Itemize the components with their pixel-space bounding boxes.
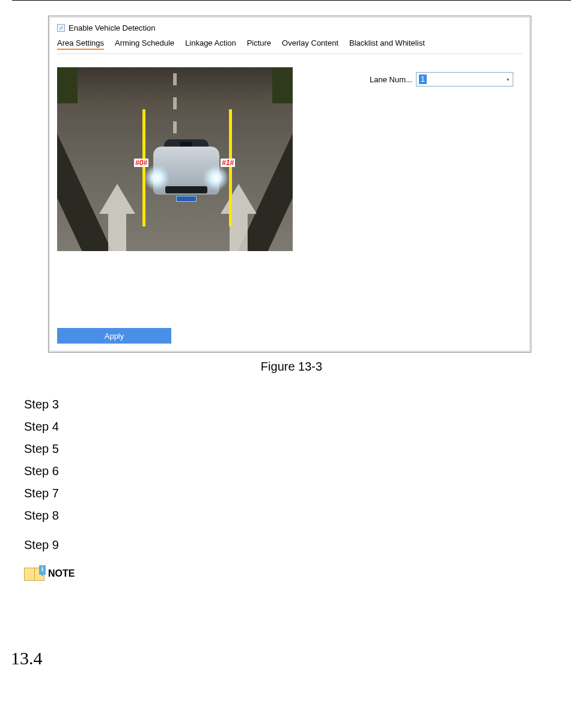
tab-linkage-action[interactable]: Linkage Action (185, 38, 236, 50)
lane-line-1[interactable] (229, 109, 232, 226)
note-icon: i (24, 565, 47, 582)
lane-label-1: #1# (221, 159, 235, 167)
steps-list: Step 3 Step 4 Step 5 Step 6 Step 7 Step … (24, 398, 583, 552)
chevron-down-icon: ▾ (507, 77, 509, 82)
step-item: Step 9 (24, 538, 583, 552)
step-item: Step 6 (24, 464, 583, 478)
lane-line-0[interactable] (142, 109, 145, 226)
vehicle-icon (147, 139, 225, 205)
lane-number-label: Lane Num... (370, 75, 412, 84)
note-label: NOTE (48, 568, 75, 579)
section-number: 13.4 (11, 648, 583, 669)
step-item: Step 3 (24, 398, 583, 411)
settings-panel: ✓ Enable Vehicle Detection Area Settings… (48, 16, 531, 353)
step-item: Step 5 (24, 442, 583, 456)
step-item: Step 7 (24, 487, 583, 500)
tab-bar: Area Settings Arming Schedule Linkage Ac… (57, 38, 522, 54)
tab-overlay-content[interactable]: Overlay Content (282, 38, 338, 50)
tab-blacklist-whitelist[interactable]: Blacklist and Whitelist (349, 38, 425, 50)
camera-preview[interactable]: #0# #1# (57, 67, 293, 251)
step-item: Step 4 (24, 420, 583, 434)
lane-number-value: 1 (419, 74, 427, 84)
road-arrow-icon (93, 184, 141, 251)
enable-vehicle-detection-label: Enable Vehicle Detection (69, 23, 156, 32)
svg-marker-0 (99, 184, 135, 251)
step-item: Step 8 (24, 509, 583, 523)
tab-arming-schedule[interactable]: Arming Schedule (115, 38, 174, 50)
svg-marker-1 (221, 184, 257, 251)
tab-area-settings[interactable]: Area Settings (57, 38, 104, 50)
figure-caption: Figure 13-3 (0, 360, 583, 374)
enable-vehicle-detection-checkbox[interactable]: ✓ (57, 24, 65, 32)
lane-number-select[interactable]: 1 ▾ (416, 72, 513, 86)
apply-button[interactable]: Apply (57, 328, 171, 344)
tab-picture[interactable]: Picture (247, 38, 271, 50)
lane-label-0: #0# (134, 159, 148, 167)
